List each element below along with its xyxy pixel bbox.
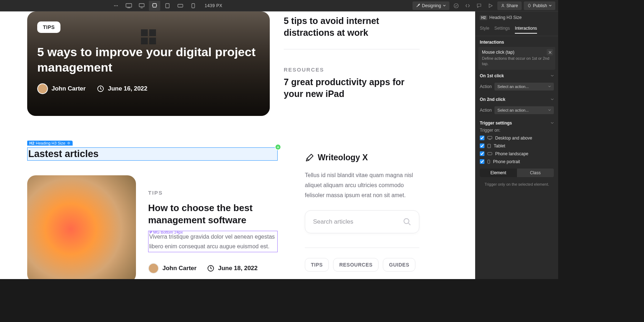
breadcrumb-label: Heading H3 Size	[489, 15, 522, 20]
checkbox[interactable]	[480, 159, 484, 164]
svg-rect-11	[178, 4, 183, 7]
hero-date-label: June 16, 2022	[108, 85, 147, 92]
trigger-settings-heading[interactable]: Trigger settings	[475, 117, 558, 127]
trigger-item[interactable]: Mouse click (tap) Define actions that oc…	[478, 47, 555, 70]
checkbox[interactable]	[480, 151, 484, 156]
phone-landscape-icon[interactable]	[175, 1, 186, 11]
checkbox[interactable]	[480, 136, 484, 140]
avatar	[148, 263, 159, 274]
bp-label: Phone landscape	[495, 151, 528, 156]
side-article-category: RESOURCES	[284, 67, 420, 73]
hero-tag[interactable]: TIPS	[37, 21, 60, 33]
bp-checkbox-phone-landscape[interactable]: Phone landscape	[475, 150, 558, 158]
selected-element[interactable]: H2 Heading H3 Size Lastest articles +	[27, 147, 278, 161]
chevron-down-icon	[548, 85, 551, 88]
hero-title: 5 ways to improve your digital project m…	[37, 44, 260, 75]
gear-icon[interactable]	[67, 141, 70, 145]
svg-rect-22	[488, 144, 491, 148]
click2-heading-label: On 2nd click	[480, 97, 505, 102]
clock-icon	[207, 265, 214, 272]
bp-checkbox-tablet[interactable]: Tablet	[475, 142, 558, 150]
segment-class[interactable]: Class	[517, 169, 554, 177]
selection-label-text: Heading H3 Size	[36, 141, 65, 145]
tag-chip[interactable]: RESOURCES	[333, 258, 379, 272]
tag-chip[interactable]: TIPS	[305, 258, 329, 272]
action-select[interactable]: Select an action...	[494, 83, 554, 91]
hero-author-label: John Carter	[52, 85, 86, 92]
svg-point-16	[68, 142, 69, 144]
canvas-width-display[interactable]: 1439 PX	[205, 3, 223, 8]
chevron-down-icon	[549, 4, 552, 7]
inspector-panel: H2 Heading H3 Size Style Settings Intera…	[475, 11, 558, 279]
sidebar-widget: Writeology X Tellus id nisl blandit vita…	[305, 153, 419, 272]
hero-card[interactable]: TIPS 5 ways to improve your digital proj…	[27, 11, 270, 116]
action-value: Select an action...	[497, 108, 528, 112]
bp-checkbox-desktop[interactable]: Desktop and above	[475, 134, 558, 142]
svg-point-2	[117, 5, 118, 6]
svg-rect-24	[488, 160, 490, 164]
tab-interactions[interactable]: Interactions	[515, 24, 537, 34]
tab-settings[interactable]: Settings	[494, 24, 510, 34]
checkbox[interactable]	[480, 143, 484, 148]
clock-icon	[97, 85, 104, 92]
bp-checkbox-phone-portrait[interactable]: Phone portrait	[475, 158, 558, 166]
breadcrumb[interactable]: H2 Heading H3 Size	[475, 11, 558, 24]
code-icon[interactable]	[463, 1, 472, 10]
trigger-scope-segment[interactable]: Element Class	[480, 169, 554, 177]
article-image	[27, 175, 136, 279]
add-element-button[interactable]: +	[275, 144, 281, 150]
selection-label[interactable]: H2 Heading H3 Size	[27, 141, 73, 146]
close-icon[interactable]	[547, 49, 553, 55]
tab-style[interactable]: Style	[480, 24, 489, 34]
svg-point-14	[502, 4, 503, 6]
action-value: Select an action...	[497, 84, 528, 89]
brand-logo: Writeology X	[305, 153, 419, 162]
segment-element[interactable]: Element	[480, 169, 517, 177]
article-card[interactable]: TIPS How to choose the best management s…	[27, 175, 278, 279]
rocket-icon	[527, 4, 531, 8]
breakpoint-controls: 1439 PX	[110, 1, 223, 11]
avatar	[37, 83, 48, 94]
action-label: Action	[480, 108, 492, 113]
canvas[interactable]: TIPS 5 ways to improve your digital proj…	[0, 11, 475, 279]
comment-icon[interactable]	[474, 1, 484, 10]
more-icon[interactable]	[110, 1, 122, 11]
desktop-large-icon[interactable]	[123, 1, 135, 11]
brand-name: Writeology X	[318, 153, 368, 162]
tablet-icon[interactable]	[162, 1, 173, 11]
publish-label: Publish	[533, 3, 547, 8]
hover-element-label: P MG Bottom 24px	[148, 229, 184, 235]
publish-button[interactable]: Publish	[524, 1, 555, 10]
widget-description: Tellus id nisl blandit vitae quam magna …	[305, 170, 419, 200]
section-heading: Lastest articles	[28, 148, 277, 160]
share-button[interactable]: Share	[497, 1, 522, 10]
tag-chip[interactable]: GUIDES	[383, 258, 415, 272]
top-right-controls: Designing Share Publish	[413, 1, 555, 10]
on-first-click-heading[interactable]: On 1st click	[475, 70, 558, 80]
hover-label-text: MG Bottom 24px	[153, 230, 183, 234]
preview-icon[interactable]	[486, 1, 495, 10]
phone-landscape-icon	[487, 152, 492, 155]
on-second-click-heading[interactable]: On 2nd click	[475, 93, 558, 103]
side-article-1[interactable]: 5 tips to avoid internet distractions at…	[284, 11, 420, 49]
phone-portrait-icon[interactable]	[187, 1, 199, 11]
brush-icon	[416, 4, 420, 8]
bp-label: Tablet	[494, 143, 505, 148]
person-icon	[501, 4, 505, 8]
breakpoint-current-icon[interactable]	[149, 1, 160, 11]
check-icon[interactable]	[452, 1, 461, 10]
search-input[interactable]: Search articles	[305, 210, 419, 233]
top-toolbar: 1439 PX Designing Share Publish	[0, 0, 558, 11]
article-title: How to choose the best management softwa…	[148, 202, 278, 226]
action-select[interactable]: Select an action...	[494, 106, 554, 114]
desktop-icon[interactable]	[136, 1, 147, 11]
share-label: Share	[507, 3, 518, 8]
svg-line-19	[409, 223, 410, 225]
action-label: Action	[480, 84, 492, 89]
mode-button[interactable]: Designing	[413, 1, 449, 10]
side-article-2[interactable]: RESOURCES 7 great productivity apps for …	[284, 67, 420, 99]
hero-date: June 16, 2022	[97, 85, 147, 92]
pen-icon	[305, 153, 314, 162]
svg-rect-23	[488, 152, 492, 155]
svg-rect-3	[126, 4, 132, 7]
